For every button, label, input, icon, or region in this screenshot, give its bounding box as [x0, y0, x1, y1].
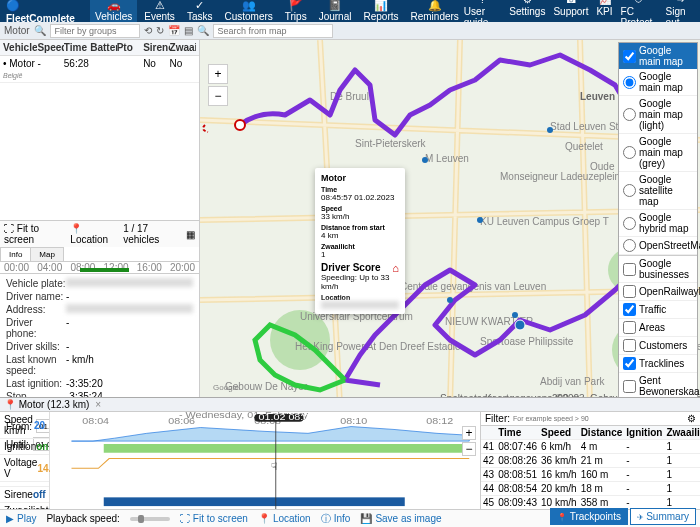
trackpoint-row[interactable]: 4308:08:5116 km/h160 m-1014.4: [481, 468, 700, 482]
chart-row-label: Voltage V14.6: [0, 455, 49, 482]
svg-point-27: [477, 217, 483, 223]
layer-base-option[interactable]: Google main map: [619, 69, 697, 96]
chart-row-label: Ignitionon: [0, 439, 49, 455]
summary-tab[interactable]: ✈ Summary: [630, 508, 696, 525]
svg-text:08:06: 08:06: [168, 415, 195, 425]
tp-filter-label: Filter:: [485, 413, 510, 424]
layer-base-option[interactable]: Google main map (light): [619, 96, 697, 134]
fit-screen-button[interactable]: ⛶ Fit to screen: [180, 513, 248, 524]
svg-text:Abdij van Park: Abdij van Park: [540, 376, 605, 387]
skills-label: Driver skills:: [6, 341, 66, 352]
svg-point-29: [512, 312, 518, 318]
infobox-title: Motor: [321, 173, 399, 183]
mini-timeline[interactable]: 00:0004:0008:0012:0016:0020:00: [0, 262, 199, 274]
nav-reminders[interactable]: 🔔Reminders: [405, 0, 463, 24]
layer-overlay-option[interactable]: Tracklines: [619, 355, 697, 373]
layer-overlay-option[interactable]: OpenRailwayMap: [619, 283, 697, 301]
vehicle-table-header: Vehicle ▼SpeedTime ▼BatterijPtoSireneZwa…: [0, 40, 199, 56]
svg-text:08:10: 08:10: [340, 415, 367, 425]
svg-rect-41: [104, 444, 470, 453]
search-map-icon[interactable]: 🔍: [197, 25, 209, 36]
layer-base-option[interactable]: Google satellite map: [619, 172, 697, 210]
tab-info[interactable]: Info: [0, 247, 31, 261]
nav-vehicles[interactable]: 🚗Vehicles: [90, 0, 137, 24]
trackpoint-row[interactable]: 4208:08:2636 km/h21 m-1014.4: [481, 454, 700, 468]
close-track-icon[interactable]: ×: [95, 399, 101, 410]
search-icon[interactable]: 🔍: [34, 25, 46, 36]
layer-overlay-option[interactable]: Google businesses: [619, 256, 697, 283]
layer-menu: Google main map Google main map Google m…: [618, 42, 698, 397]
plate-label: Vehicle plate:: [6, 278, 66, 289]
play-button[interactable]: ▶ Play: [6, 513, 36, 524]
nav-reports[interactable]: 📊Reports: [358, 0, 403, 24]
tp-filter-input[interactable]: [513, 415, 684, 422]
svg-text:KU Leuven Campus Groep T: KU Leuven Campus Groep T: [480, 216, 609, 227]
filter-groups-input[interactable]: [50, 24, 140, 38]
tp-settings-icon[interactable]: ⚙: [687, 413, 696, 424]
svg-text:Monseigneur Ladeuzeplein: Monseigneur Ladeuzeplein: [500, 171, 620, 182]
svg-text:01.02 08:08:54: 01.02 08:08:54: [259, 412, 331, 422]
ign-value: -3:35:20: [66, 378, 193, 389]
layer-base-option[interactable]: OpenStreetMap: [619, 237, 697, 255]
trackpoint-row[interactable]: 4108:07:466 km/h4 m-1014.4: [481, 440, 700, 454]
vehicle-row[interactable]: • MotorBelgië-56:28NoNo: [0, 56, 199, 83]
svg-text:Leuven: Leuven: [580, 91, 615, 102]
grid-icon[interactable]: ▦: [186, 229, 195, 240]
svg-text:Quetelet: Quetelet: [565, 141, 603, 152]
list-icon[interactable]: ▤: [184, 25, 193, 36]
address-value: [66, 304, 193, 313]
zoom-out-button[interactable]: −: [208, 86, 228, 106]
info-button[interactable]: ⓘ Info: [321, 512, 351, 526]
layer-menu-header[interactable]: Google main map: [619, 43, 697, 69]
layer-menu-check[interactable]: [623, 50, 636, 63]
layer-base-option[interactable]: Google main map (grey): [619, 134, 697, 172]
google-logo: Google: [206, 381, 246, 393]
address-label: Address:: [6, 304, 66, 315]
phone-value: -: [66, 317, 193, 339]
calendar-icon[interactable]: 📅: [168, 25, 180, 36]
layer-overlay-option[interactable]: Customers: [619, 337, 697, 355]
trackpoint-row[interactable]: 4408:08:5420 km/h18 m-1014.4: [481, 482, 700, 496]
driver-label: Driver name:: [6, 291, 66, 302]
layer-overlay-option[interactable]: Areas: [619, 319, 697, 337]
svg-point-24: [422, 157, 428, 163]
nav-customers[interactable]: 👥Customers: [219, 0, 277, 24]
driver-score-icon: ⌂: [392, 262, 399, 274]
trackpoint-row[interactable]: 4508:09:4310 km/h358 m-1014.6: [481, 496, 700, 510]
svg-text:Sint-Pieterskerk: Sint-Pieterskerk: [355, 138, 427, 149]
svg-text:☟: ☟: [271, 462, 277, 472]
svg-text:08:04: 08:04: [82, 415, 109, 425]
chart-area[interactable]: - Wednesday, 01. February 08:0408:0608:0…: [50, 412, 480, 509]
refresh-icon[interactable]: ⟲: [144, 25, 152, 36]
tab-map[interactable]: Map: [30, 247, 64, 261]
vehicle-count: 1 / 17 vehicles: [123, 223, 180, 245]
fit-screen-btn[interactable]: ⛶ Fit to screen: [4, 223, 64, 245]
lks-label: Last known speed:: [6, 354, 66, 376]
save-image-button[interactable]: 💾 Save as image: [360, 513, 441, 524]
location-button[interactable]: 📍 Location: [258, 513, 311, 524]
nav-trips[interactable]: 🚩Trips: [280, 0, 312, 24]
location-btn[interactable]: 📍 Location: [70, 223, 117, 245]
zoom-in-button[interactable]: +: [208, 64, 228, 84]
svg-point-28: [447, 297, 453, 303]
plate-value: [66, 278, 193, 287]
trackpoints-tab[interactable]: 📍 Trackpoints: [550, 508, 628, 525]
layer-overlay-option[interactable]: Gent Bewonerskaart: [619, 373, 697, 397]
playback-speed-slider[interactable]: [130, 517, 170, 521]
track-tab[interactable]: 📍 Motor (12.3 km): [4, 399, 89, 410]
nav-tasks[interactable]: ✓Tasks: [182, 0, 218, 24]
nav-events[interactable]: ⚠Events: [139, 0, 180, 24]
chart-row-label: Sireneoff: [0, 487, 49, 503]
svg-point-23: [515, 320, 525, 330]
layer-base-option[interactable]: Google hybrid map: [619, 210, 697, 237]
chart-zoom-out[interactable]: −: [462, 442, 476, 456]
svg-point-22: [235, 120, 245, 130]
chart-zoom-in[interactable]: +: [462, 426, 476, 440]
search-map-input[interactable]: [213, 24, 333, 38]
brand-logo: 🔵 FleetComplete: [6, 0, 82, 24]
nav-journal[interactable]: 📓Journal: [314, 0, 357, 24]
layer-overlay-option[interactable]: Traffic: [619, 301, 697, 319]
forward-icon[interactable]: ↻: [156, 25, 164, 36]
track-info-popup: Motor Time08:45:57 01.02.2023 Speed33 km…: [315, 168, 405, 314]
chart-row-label: Speed km/h20: [0, 412, 49, 439]
